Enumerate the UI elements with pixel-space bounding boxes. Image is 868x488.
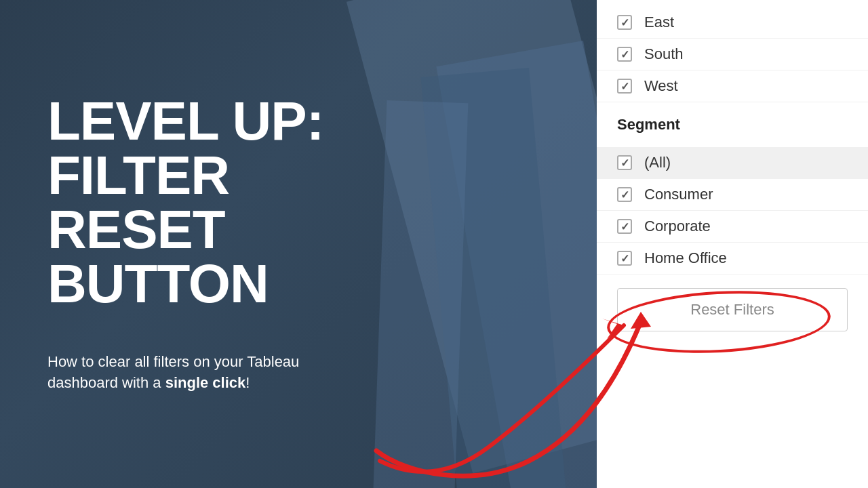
- subtitle-end: !: [245, 374, 250, 391]
- region-west-checkbox[interactable]: [617, 79, 632, 94]
- segment-homeoffice-item[interactable]: Home Office: [597, 243, 868, 274]
- left-panel: LEVEL UP:FILTER RESETBUTTON How to clear…: [0, 0, 597, 488]
- subtitle-bold: single click: [165, 374, 246, 391]
- segment-section-label: Segment: [597, 102, 868, 140]
- region-east-label: East: [644, 14, 674, 31]
- segment-all-item[interactable]: (All): [597, 147, 868, 179]
- reset-filters-label: Reset Filters: [690, 301, 774, 319]
- segment-homeoffice-label: Home Office: [644, 249, 727, 267]
- segment-filter-section: (All) Consumer Corporate Home Office: [597, 140, 868, 274]
- region-south-item[interactable]: South: [597, 39, 868, 70]
- region-filter-list: East South West: [597, 7, 868, 102]
- segment-corporate-checkbox[interactable]: [617, 219, 632, 234]
- region-south-label: South: [644, 45, 684, 63]
- segment-consumer-checkbox[interactable]: [617, 187, 632, 202]
- segment-all-checkbox[interactable]: [617, 155, 632, 170]
- segment-filter-list: (All) Consumer Corporate Home Office: [597, 147, 868, 274]
- segment-all-label: (All): [644, 154, 671, 171]
- region-west-item[interactable]: West: [597, 70, 868, 102]
- reset-filters-button[interactable]: Reset Filters: [617, 288, 848, 331]
- region-east-item[interactable]: East: [597, 7, 868, 39]
- right-panel: East South West Segment (All) Consumer: [597, 0, 868, 488]
- region-west-label: West: [644, 77, 678, 95]
- region-filter-section: East South West: [597, 0, 868, 102]
- segment-corporate-label: Corporate: [644, 218, 711, 235]
- segment-consumer-label: Consumer: [644, 186, 713, 203]
- segment-homeoffice-checkbox[interactable]: [617, 251, 632, 266]
- segment-consumer-item[interactable]: Consumer: [597, 179, 868, 211]
- region-east-checkbox[interactable]: [617, 15, 632, 30]
- main-title: LEVEL UP:FILTER RESETBUTTON: [47, 94, 420, 311]
- region-south-checkbox[interactable]: [617, 47, 632, 62]
- subtitle: How to clear all filters on your Tableau…: [47, 352, 332, 394]
- segment-corporate-item[interactable]: Corporate: [597, 211, 868, 243]
